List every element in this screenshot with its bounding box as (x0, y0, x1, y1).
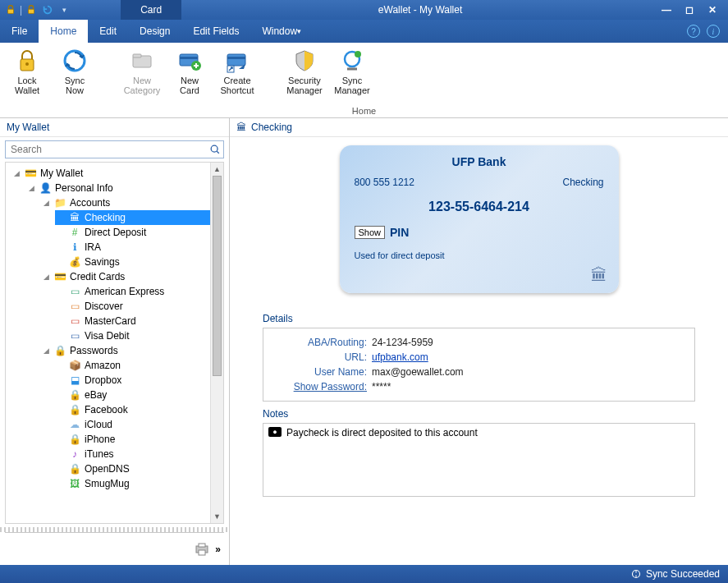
tab-file[interactable]: File (0, 20, 39, 43)
card-bank-name: UFP Bank (355, 155, 604, 168)
minimize-button[interactable]: — (659, 4, 674, 16)
qat-customize-icon[interactable]: ▾ (57, 2, 71, 17)
username-label: User Name: (273, 366, 372, 378)
svg-rect-18 (199, 544, 205, 547)
tree-amex[interactable]: ·▭American Express (55, 284, 210, 299)
sync-manager-button[interactable]: Sync Manager (332, 46, 373, 97)
card-visual: UFP Bank 800 555 1212 Checking 123-55-64… (340, 145, 619, 293)
notes-header: Notes (263, 408, 695, 420)
discover-icon: ▭ (68, 300, 81, 313)
svg-rect-11 (227, 57, 245, 59)
tree-ebay[interactable]: ·🔒eBay (55, 388, 210, 402)
wallet-icon: 💳 (24, 167, 37, 180)
tree-mastercard[interactable]: ·▭MasterCard (55, 314, 210, 328)
ribbon: Lock Wallet Sync Now New Category New Ca… (0, 43, 728, 118)
tree-savings[interactable]: ·💰Savings (55, 255, 210, 269)
tree-discover[interactable]: ·▭Discover (55, 299, 210, 314)
tree-direct-deposit[interactable]: ·#Direct Deposit (55, 225, 210, 240)
tree-amazon[interactable]: ·📦Amazon (55, 358, 210, 373)
amex-icon: ▭ (68, 285, 81, 298)
svg-rect-10 (227, 54, 245, 66)
svg-rect-8 (180, 57, 198, 59)
tree-smugmug[interactable]: ·🖼SmugMug (55, 476, 210, 491)
context-tab-card: Card (121, 0, 181, 20)
left-pane: My Wallet ▲ ▼ ◢💳My Wallet (0, 118, 230, 565)
help-icon[interactable]: ? (687, 25, 700, 38)
new-card-button[interactable]: New Card (169, 46, 210, 97)
notes-icon: ● (268, 427, 282, 437)
tree-dropbox[interactable]: ·⬓Dropbox (55, 373, 210, 388)
header-bank-icon: 🏛 (236, 122, 246, 133)
tree-root[interactable]: ◢💳My Wallet (11, 166, 210, 181)
card-icon: 💳 (53, 270, 66, 283)
svg-rect-0 (8, 9, 14, 13)
bottom-toolbar: » (5, 532, 224, 565)
facebook-icon: 🔒 (68, 403, 81, 416)
ribbon-tabs: File Home Edit Design Edit Fields Window… (0, 20, 728, 43)
tree-ira[interactable]: ·ℹIRA (55, 240, 210, 255)
piggy-icon: 💰 (68, 255, 81, 269)
info-icon[interactable]: i (707, 25, 720, 38)
person-icon: 👤 (39, 181, 52, 195)
card-type: Checking (562, 177, 603, 188)
show-password-link[interactable]: Show Password: (273, 381, 372, 392)
svg-point-15 (211, 145, 217, 152)
card-account-number: 123-55-6464-214 (355, 200, 604, 214)
url-value[interactable]: ufpbank.com (372, 351, 428, 363)
tree-iphone[interactable]: ·🔒iPhone (55, 432, 210, 447)
status-sync-icon (631, 569, 641, 579)
title-bar: | ▾ Card eWallet - My Wallet — ◻ ✕ (0, 0, 728, 20)
svg-point-14 (355, 51, 361, 57)
tab-window[interactable]: Window ▾ (250, 20, 313, 43)
tree-passwords[interactable]: ◢🔒Passwords (40, 343, 210, 358)
search-input[interactable] (6, 141, 207, 158)
password-value: ***** (372, 381, 391, 392)
tree-facebook[interactable]: ·🔒Facebook (55, 402, 210, 417)
tab-edit[interactable]: Edit (88, 20, 128, 43)
wallet-tree[interactable]: ◢💳My Wallet ◢👤Personal Info ◢📁Accounts ·… (6, 163, 210, 523)
lock-wallet-button[interactable]: Lock Wallet (7, 46, 48, 97)
sync-now-button[interactable]: Sync Now (54, 46, 95, 97)
username-value: max@goewallet.com (372, 366, 464, 378)
tree-accounts[interactable]: ◢📁Accounts (40, 195, 210, 210)
lock-icon (14, 48, 40, 74)
tree-icloud[interactable]: ·☁iCloud (55, 417, 210, 432)
new-category-button: New Category (121, 46, 163, 97)
tab-home[interactable]: Home (39, 20, 88, 43)
tab-edit-fields[interactable]: Edit Fields (181, 20, 250, 43)
folder-plus-icon (129, 48, 155, 74)
notes-text: Paycheck is direct deposited to this acc… (286, 427, 478, 438)
left-pane-title: My Wallet (0, 118, 229, 137)
dns-icon: 🔒 (68, 462, 81, 475)
tree-personal-info[interactable]: ◢👤Personal Info (25, 181, 210, 195)
print-icon[interactable] (194, 543, 210, 556)
tree-credit-cards[interactable]: ◢💳Credit Cards (40, 269, 210, 284)
details-header: Details (263, 313, 695, 324)
status-bar: Sync Succeeded (0, 565, 728, 583)
tab-design[interactable]: Design (128, 20, 181, 43)
phone-icon: 🔒 (68, 433, 81, 446)
security-manager-button[interactable]: Security Manager (284, 46, 325, 97)
expand-icon[interactable]: » (215, 544, 221, 555)
tree-checking[interactable]: ·🏛Checking (55, 210, 210, 225)
tree-visa-debit[interactable]: ·▭Visa Debit (55, 328, 210, 343)
qat-lock-icon[interactable] (3, 2, 18, 17)
tree-scrollbar[interactable]: ▲ ▼ (210, 163, 223, 523)
routing-value: 24-1234-5959 (372, 337, 433, 348)
shortcut-icon (224, 48, 250, 74)
close-button[interactable]: ✕ (705, 4, 720, 16)
svg-rect-1 (29, 9, 34, 13)
show-pin-button[interactable]: Show (355, 226, 386, 239)
svg-point-3 (25, 62, 29, 66)
tree-itunes[interactable]: ·♪iTunes (55, 447, 210, 461)
qat-sync-icon[interactable] (40, 2, 55, 17)
tree-opendns[interactable]: ·🔒OpenDNS (55, 461, 210, 476)
card-usage: Used for direct deposit (355, 250, 604, 260)
qat-lock2-icon[interactable] (24, 2, 39, 17)
card-bank-icon: 🏛 (591, 266, 607, 285)
search-icon[interactable] (207, 141, 223, 158)
sync-manager-icon (339, 48, 365, 74)
notes-box[interactable]: ● Paycheck is direct deposited to this a… (263, 423, 695, 497)
maximize-button[interactable]: ◻ (682, 4, 697, 16)
create-shortcut-button[interactable]: Create Shortcut (217, 46, 258, 97)
